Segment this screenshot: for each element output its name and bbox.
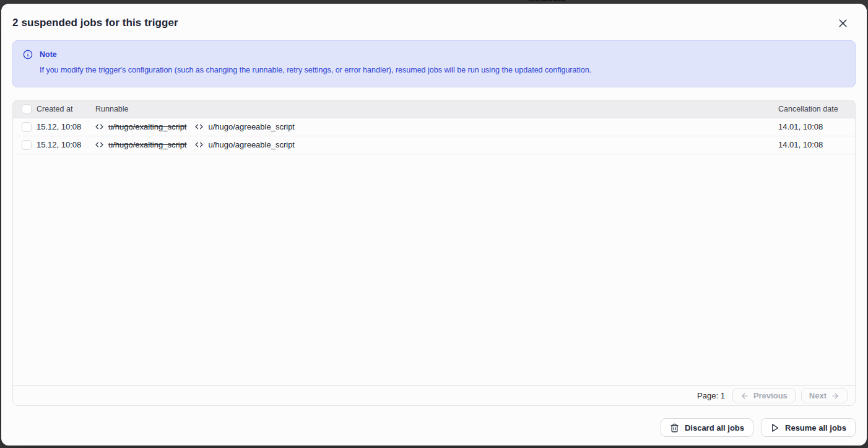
pagination-bar: Page: 1 Previous Next	[13, 385, 855, 405]
trash-icon	[670, 423, 679, 433]
resume-all-jobs-button[interactable]: Resume all jobs	[761, 418, 856, 437]
page-indicator: Page: 1	[697, 391, 725, 400]
cancellation-date-cell: 14.01, 10:08	[778, 122, 855, 131]
table-row: 15.12, 10:08 u/hugo/exalting_script u/hu…	[13, 118, 855, 136]
column-header-created-at: Created at	[37, 105, 95, 113]
table-row: 15.12, 10:08 u/hugo/exalting_script u/hu…	[13, 136, 855, 154]
note-banner: Note If you modify the trigger's configu…	[12, 40, 856, 87]
close-button[interactable]	[836, 17, 849, 30]
runnable-cell: u/hugo/exalting_script u/hugo/agreeable_…	[95, 140, 778, 149]
play-icon	[770, 423, 779, 433]
cancellation-date-cell: 14.01, 10:08	[778, 140, 855, 149]
modal-title: 2 suspended jobs for this trigger	[12, 17, 178, 29]
row-checkbox-cell	[13, 122, 37, 132]
x-icon	[836, 22, 849, 32]
previous-page-button[interactable]: Previous	[732, 388, 796, 403]
runnable-cell: u/hugo/exalting_script u/hugo/agreeable_…	[95, 122, 778, 131]
note-heading-row: Note	[23, 50, 845, 59]
created-at-cell: 15.12, 10:08	[37, 122, 95, 131]
arrow-left-icon	[740, 392, 749, 400]
select-all-checkbox[interactable]	[22, 104, 32, 114]
modal-actions: Discard all jobs Resume all jobs	[12, 406, 856, 446]
next-page-button[interactable]: Next	[801, 388, 848, 403]
code-icon	[95, 123, 103, 131]
column-header-cancellation-date: Cancellation date	[778, 105, 855, 113]
note-heading: Note	[40, 50, 57, 59]
row-checkbox[interactable]	[22, 140, 32, 150]
row-checkbox[interactable]	[22, 122, 32, 132]
info-icon	[23, 50, 33, 59]
column-header-runnable: Runnable	[95, 105, 778, 113]
table-empty-space	[13, 154, 855, 386]
suspended-jobs-modal: 2 suspended jobs for this trigger Note I…	[1, 4, 867, 446]
suspended-jobs-table: Created at Runnable Cancellation date 15…	[12, 100, 856, 406]
header-checkbox-cell	[13, 104, 37, 114]
modal-header: 2 suspended jobs for this trigger	[12, 4, 856, 40]
table-header-row: Created at Runnable Cancellation date	[13, 100, 855, 118]
arrow-right-icon	[831, 392, 840, 400]
runnable-new-path: u/hugo/agreeable_script	[208, 122, 295, 131]
code-icon	[95, 141, 103, 149]
code-icon	[195, 141, 203, 149]
discard-all-jobs-button[interactable]: Discard all jobs	[661, 418, 753, 437]
runnable-old-path: u/hugo/exalting_script	[108, 122, 186, 131]
note-body: If you modify the trigger's configuratio…	[40, 65, 845, 76]
row-checkbox-cell	[13, 140, 37, 150]
runnable-old-path: u/hugo/exalting_script	[108, 140, 186, 149]
runnable-new-path: u/hugo/agreeable_script	[208, 140, 295, 149]
created-at-cell: 15.12, 10:08	[37, 140, 95, 149]
code-icon	[195, 123, 203, 131]
